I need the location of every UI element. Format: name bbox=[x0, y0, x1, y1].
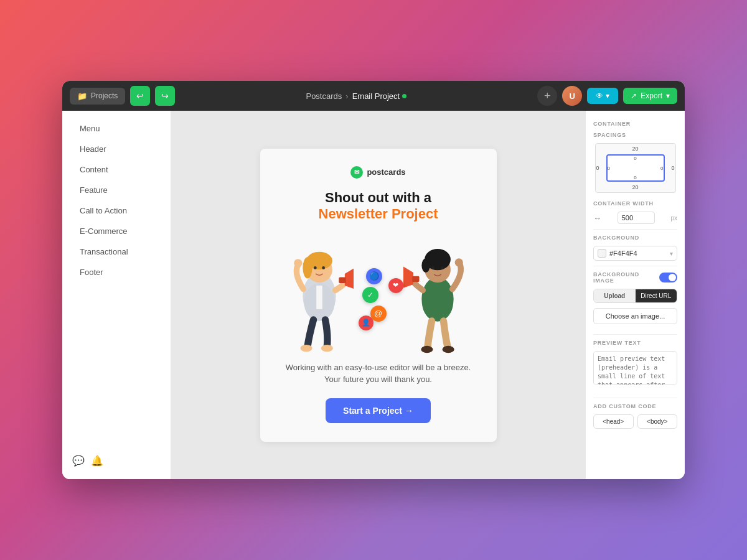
export-icon: ↗ bbox=[631, 91, 637, 100]
right-panel: CONTAINER SPACINGS 20 20 0 0 0 0 0 0 CON… bbox=[585, 111, 685, 479]
container-title: CONTAINER bbox=[593, 121, 677, 127]
float-icon-user: 👤 bbox=[359, 315, 374, 330]
undo-icon: ↩ bbox=[136, 91, 144, 101]
start-project-button[interactable]: Start a Project → bbox=[326, 398, 431, 423]
topbar-left: 📁 Projects ↩ ↪ bbox=[70, 86, 175, 106]
spacings-grid: 20 20 0 0 0 0 0 0 bbox=[595, 143, 676, 193]
width-unit: px bbox=[670, 215, 677, 222]
topbar-right: + U 👁 ▾ ↗ Export ▾ bbox=[537, 86, 677, 106]
illustration-area: 🔵 ✓ ❤ @ 👤 bbox=[279, 231, 478, 355]
divider-4 bbox=[593, 398, 677, 398]
spacing-inner-left: 0 bbox=[608, 166, 610, 171]
avatar[interactable]: U bbox=[562, 86, 582, 106]
divider-2 bbox=[593, 266, 677, 266]
upload-tab[interactable]: Upload bbox=[594, 289, 636, 302]
chat-icon[interactable]: 💬 bbox=[72, 455, 85, 467]
container-width-input[interactable]: 500 bbox=[618, 212, 655, 224]
sidebar-item-menu[interactable]: Menu bbox=[67, 119, 166, 138]
add-button[interactable]: + bbox=[537, 86, 557, 106]
topbar: 📁 Projects ↩ ↪ Postcards › Email Project… bbox=[62, 81, 685, 111]
sidebar-item-content[interactable]: Content bbox=[67, 160, 166, 179]
breadcrumb-separator: › bbox=[345, 91, 348, 101]
heading-line2: Newsletter Project bbox=[319, 206, 438, 222]
container-width-row: ↔ 500 px bbox=[593, 212, 677, 224]
email-body-text: Working with an easy-to-use editor will … bbox=[279, 362, 478, 386]
divider-1 bbox=[593, 229, 677, 230]
email-card: ✉ postcards Shout out with a Newsletter … bbox=[260, 149, 497, 442]
head-code-button[interactable]: <head> bbox=[593, 414, 634, 429]
bg-image-title: BACKGROUND IMAGE bbox=[593, 271, 659, 284]
color-value: #F4F4F4 bbox=[609, 250, 667, 257]
sidebar-item-header[interactable]: Header bbox=[67, 139, 166, 159]
main-area: Menu Header Content Feature Call to Acti… bbox=[62, 111, 685, 479]
preview-chevron: ▾ bbox=[606, 91, 609, 100]
eye-icon: 👁 bbox=[596, 91, 603, 100]
export-chevron: ▾ bbox=[666, 91, 670, 100]
spacing-left-val: 0 bbox=[596, 165, 599, 171]
spacing-inner-bottom: 0 bbox=[634, 175, 636, 180]
app-window: 📁 Projects ↩ ↪ Postcards › Email Project… bbox=[62, 81, 685, 479]
bg-image-toggle[interactable] bbox=[659, 273, 677, 282]
export-button[interactable]: ↗ Export ▾ bbox=[623, 88, 677, 104]
preview-button[interactable]: 👁 ▾ bbox=[587, 88, 618, 104]
heading-line1: Shout out with a bbox=[319, 190, 438, 206]
spacing-bottom-val: 20 bbox=[632, 184, 638, 190]
bg-image-row: BACKGROUND IMAGE bbox=[593, 271, 677, 284]
background-color-row[interactable]: #F4F4F4 ▾ bbox=[593, 246, 677, 261]
canvas-area[interactable]: ✉ postcards Shout out with a Newsletter … bbox=[171, 111, 585, 479]
sidebar-bottom: 💬 🔔 bbox=[62, 450, 171, 472]
sidebar-item-cta[interactable]: Call to Action bbox=[67, 201, 166, 220]
background-title: BACKGROUND bbox=[593, 235, 677, 241]
body-code-button[interactable]: <body> bbox=[637, 414, 678, 429]
floating-icons: 🔵 ✓ ❤ @ 👤 bbox=[279, 231, 478, 355]
undo-button[interactable]: ↩ bbox=[130, 86, 150, 106]
spacing-inner-right: 0 bbox=[660, 166, 663, 171]
sidebar: Menu Header Content Feature Call to Acti… bbox=[62, 111, 171, 479]
spacing-inner-top: 0 bbox=[634, 156, 636, 161]
notification-icon[interactable]: 🔔 bbox=[91, 455, 103, 467]
float-icon-heart: ❤ bbox=[388, 278, 403, 293]
float-icon-check: ✓ bbox=[362, 287, 378, 303]
plus-icon: + bbox=[544, 90, 551, 103]
container-width-title: CONTAINER WIDTH bbox=[593, 200, 677, 207]
spacings-title: SPACINGS bbox=[593, 132, 677, 138]
breadcrumb-current: Email Project bbox=[352, 91, 407, 101]
sidebar-item-ecommerce[interactable]: E-Commerce bbox=[67, 222, 166, 241]
breadcrumb-parent: Postcards bbox=[306, 91, 342, 101]
direct-url-tab[interactable]: Direct URL bbox=[636, 289, 677, 302]
preview-text-input[interactable] bbox=[593, 351, 677, 385]
projects-button[interactable]: 📁 Projects bbox=[70, 88, 125, 105]
email-heading: Shout out with a Newsletter Project bbox=[319, 190, 438, 222]
email-logo: ✉ postcards bbox=[350, 166, 405, 179]
sidebar-item-transactional[interactable]: Transactional bbox=[67, 242, 166, 261]
choose-image-button[interactable]: Choose an image... bbox=[593, 308, 677, 324]
divider-3 bbox=[593, 334, 677, 335]
color-dropdown-icon: ▾ bbox=[670, 250, 673, 257]
redo-button[interactable]: ↪ bbox=[155, 86, 175, 106]
sidebar-item-footer[interactable]: Footer bbox=[67, 263, 166, 282]
upload-tabs: Upload Direct URL bbox=[593, 289, 677, 303]
redo-icon: ↪ bbox=[161, 91, 169, 101]
float-icon-notification: 🔵 bbox=[366, 268, 382, 284]
spacing-top-val: 20 bbox=[632, 146, 638, 152]
spacing-right-val: 0 bbox=[671, 165, 674, 171]
toggle-knob bbox=[669, 274, 676, 281]
sidebar-item-feature[interactable]: Feature bbox=[67, 180, 166, 200]
custom-code-row: <head> <body> bbox=[593, 414, 677, 429]
logo-text: postcards bbox=[367, 167, 405, 177]
custom-code-title: ADD CUSTOM CODE bbox=[593, 403, 677, 409]
sidebar-nav: Menu Header Content Feature Call to Acti… bbox=[62, 118, 171, 282]
status-dot bbox=[402, 94, 406, 98]
topbar-center: Postcards › Email Project bbox=[180, 91, 532, 101]
color-swatch bbox=[598, 249, 606, 258]
logo-icon: ✉ bbox=[350, 166, 363, 179]
preview-text-title: PREVIEW TEXT bbox=[593, 340, 677, 346]
resize-icon: ↔ bbox=[593, 213, 601, 223]
folder-icon: 📁 bbox=[77, 91, 87, 101]
